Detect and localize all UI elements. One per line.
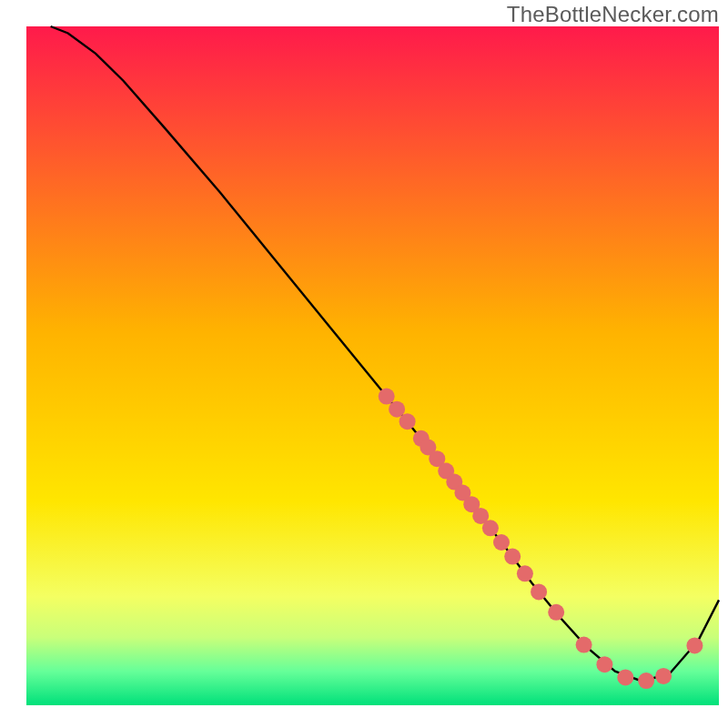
curve-point [617,669,633,685]
curve-point [548,604,564,621]
curve-point [493,534,510,551]
curve-point [399,413,416,430]
curve-point [531,583,547,600]
curve-point [638,672,654,689]
watermark-text: TheBottleNecker.com [507,2,719,27]
curve-point [379,389,395,405]
plot-background [26,26,719,705]
curve-point [596,656,612,672]
curve-point [576,637,592,653]
curve-point [655,668,672,684]
curve-point [686,637,703,653]
chart-canvas [0,0,728,728]
bottleneck-chart: TheBottleNecker.com [0,0,728,728]
curve-point [504,549,521,565]
curve-point [517,565,533,581]
curve-point [482,520,499,536]
